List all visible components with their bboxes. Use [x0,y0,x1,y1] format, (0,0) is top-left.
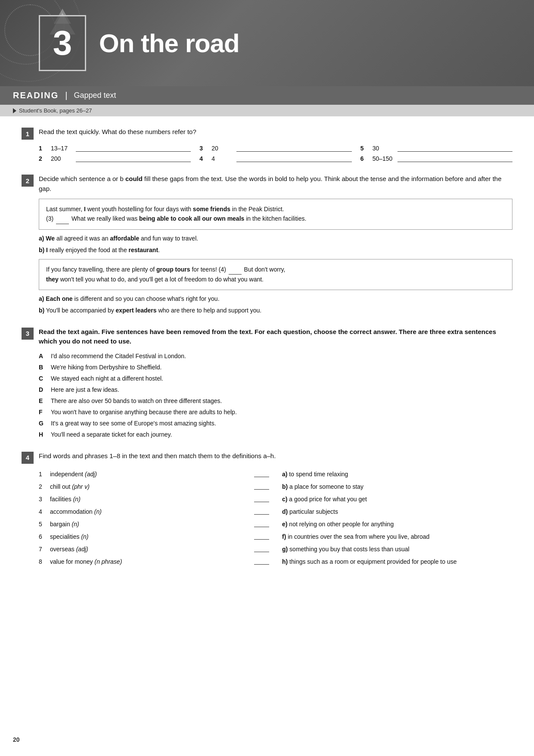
sentence-B: B We're hiking from Derbyshire to Sheffi… [39,363,512,372]
match-word-2: chill out (phr v) [50,482,90,491]
sentence-D-text: Here are just a few ideas. [51,385,119,394]
num-label-5: 5 [360,145,369,152]
def-h: h) things such as a room or equipment pr… [282,557,456,566]
match-num-2: 2 [39,482,47,491]
blank-1 [76,145,191,152]
letter-H: H [39,430,47,439]
blank-5 [397,145,512,152]
match-blank-5 [254,521,269,527]
letter-B: B [39,363,47,372]
match-num-1: 1 [39,470,47,479]
sentence-E-text: There are also over 50 bands to watch on… [51,397,222,406]
match-item-5: 5 bargain (n) [39,519,269,530]
num-value-2: 200 [51,155,72,162]
letter-E: E [39,397,47,406]
match-word-8: value for money (n phrase) [50,557,122,566]
match-blank-4 [254,509,269,515]
num-label-2: 2 [39,155,47,162]
option-2a: a) We all agreed it was an affordable an… [39,234,512,243]
sentence-F-text: You won't have to organise anything beca… [51,408,237,417]
match-def-d: d) particular subjects [282,506,512,517]
exercise-4-header: 4 Find words and phrases 1–8 in the text… [22,451,512,464]
section-divider: | [65,91,67,100]
match-blank-7 [254,546,269,552]
match-def-h: h) things such as a room or equipment pr… [282,556,512,567]
number-item-6: 6 50–150 [360,155,512,162]
exercise-1-number: 1 [22,128,34,140]
blank-3 [236,145,351,152]
page-number: 20 [13,736,20,743]
num-label-6: 6 [360,155,369,162]
match-num-3: 3 [39,495,47,504]
sentence-E: E There are also over 50 bands to watch … [39,397,512,406]
sentence-G: G It's a great way to see some of Europe… [39,419,512,428]
sentence-H-text: You'll need a separate ticket for each j… [51,430,172,439]
letter-A: A [39,352,47,361]
match-item-1: 1 independent (adj) [39,469,269,480]
unit-number-box: 3 [39,15,86,71]
sentence-C-text: We stayed each night at a different host… [51,374,163,383]
unit-title: On the road [99,28,239,58]
exercise-1: 1 Read the text quickly. What do these n… [22,127,512,162]
def-g: g) something you buy that costs less tha… [282,545,410,554]
gap-4 [229,265,242,275]
def-a: a) to spend time relaxing [282,470,348,479]
sentence-A: A I'd also recommend the Citadel Festiva… [39,352,512,361]
blank-4 [236,155,351,162]
option-2c: a) Each one is different and so you can … [39,294,512,303]
sentence-C: C We stayed each night at a different ho… [39,374,512,383]
main-content: 1 Read the text quickly. What do these n… [0,116,534,597]
match-left: 1 independent (adj) 2 chill out (phr v) … [39,469,269,567]
num-label-1: 1 [39,145,47,152]
exercise-3-instruction: Read the text again. Five sentences have… [39,327,512,347]
sentence-A-text: I'd also recommend the Citadel Festival … [51,352,186,361]
exercise-2-header: 2 Decide which sentence a or b could fil… [22,174,512,194]
match-blank-1 [254,471,269,477]
unit-number: 3 [53,26,72,60]
num-value-3: 20 [211,145,233,152]
match-def-c: c) a good price for what you get [282,494,512,505]
match-blank-2 [254,484,269,490]
def-e: e) not relying on other people for anyth… [282,520,394,529]
match-def-f: f) in countries over the sea from where … [282,531,512,542]
letter-D: D [39,385,47,394]
match-word-4: accommodation (n) [50,507,102,516]
section-type-label: Gapped text [74,91,116,100]
number-item-4: 4 4 [199,155,351,162]
match-item-7: 7 overseas (adj) [39,544,269,555]
num-label-3: 3 [199,145,208,152]
match-num-6: 6 [39,532,47,541]
exercise-4-instruction: Find words and phrases 1–8 in the text a… [39,451,276,461]
def-c: c) a good price for what you get [282,495,367,504]
student-ref-bar: Student's Book, pages 26–27 [0,105,534,116]
match-item-2: 2 chill out (phr v) [39,481,269,492]
match-num-4: 4 [39,507,47,516]
blank-6 [397,155,512,162]
match-table: 1 independent (adj) 2 chill out (phr v) … [39,469,512,567]
match-num-5: 5 [39,520,47,529]
num-label-4: 4 [199,155,208,162]
def-b: b) a place for someone to stay [282,482,363,491]
match-num-7: 7 [39,545,47,554]
exercise-2-instruction: Decide which sentence a or b could fill … [39,174,512,194]
match-def-g: g) something you buy that costs less tha… [282,544,512,555]
exercise-1-instruction: Read the text quickly. What do these num… [39,127,196,137]
def-d: d) particular subjects [282,507,338,516]
number-item-3: 3 20 [199,145,351,152]
number-item-1: 1 13–17 [39,145,191,152]
section-reading-label: READING [13,91,59,100]
gap-3 [56,214,69,224]
sentence-H: H You'll need a separate ticket for each… [39,430,512,439]
exercise-1-items: 1 13–17 3 20 5 30 2 200 4 4 [39,145,512,162]
match-def-a: a) to spend time relaxing [282,469,512,480]
letter-G: G [39,419,47,428]
def-f: f) in countries over the sea from where … [282,532,429,541]
exercise-4-number: 4 [22,452,34,464]
sentence-D: D Here are just a few ideas. [39,385,512,394]
num-value-6: 50–150 [373,155,394,162]
sentence-G-text: It's a great way to see some of Europe's… [51,419,216,428]
match-blank-6 [254,534,269,540]
text-box-1: Last summer, I went youth hostelling for… [39,199,512,230]
match-word-5: bargain (n) [50,520,79,529]
sentence-F: F You won't have to organise anything be… [39,408,512,417]
